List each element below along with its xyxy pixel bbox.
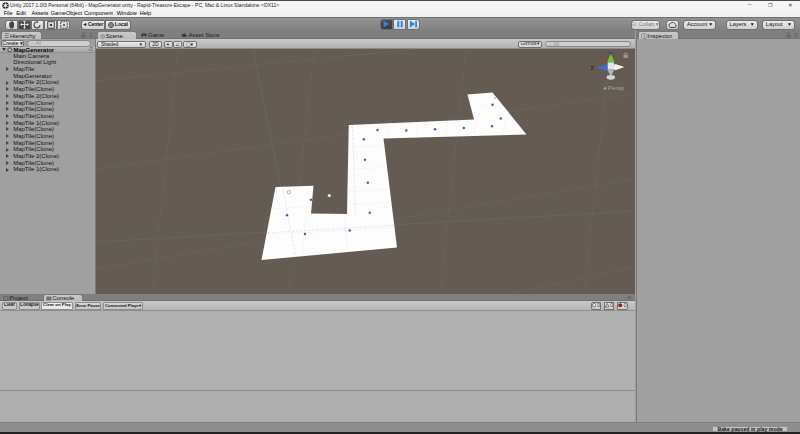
svg-text:◂ Persp: ◂ Persp bbox=[603, 84, 625, 91]
svg-text:Z: Z bbox=[591, 64, 595, 70]
